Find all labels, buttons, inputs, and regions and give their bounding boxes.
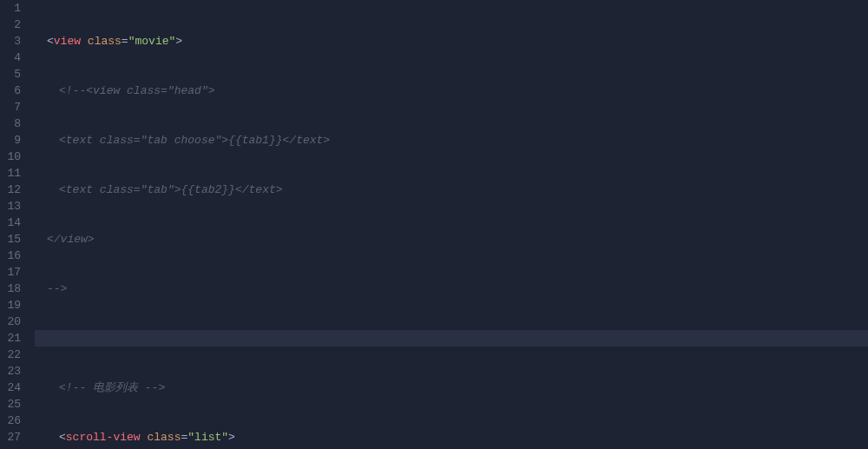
line-number: 17 [0, 264, 21, 281]
line-number: 22 [0, 347, 21, 363]
line-number: 26 [0, 413, 21, 429]
line-number: 1 [0, 0, 21, 17]
line-number: 27 [0, 429, 21, 446]
code-line[interactable]: --> [35, 281, 868, 297]
line-number: 18 [0, 281, 21, 297]
code-line[interactable]: <!-- 电影列表 --> [35, 380, 868, 396]
code-line[interactable]: <view class="movie"> [35, 33, 868, 50]
line-number: 16 [0, 248, 21, 264]
line-number: 23 [0, 363, 21, 380]
line-number: 20 [0, 314, 21, 330]
code-editor[interactable]: 1 2 3 4 5 6 7 8 9 10 11 12 13 14 15 16 1… [0, 0, 868, 449]
line-number: 14 [0, 215, 21, 231]
line-number: 25 [0, 396, 21, 413]
line-number: 19 [0, 297, 21, 314]
line-number: 9 [0, 132, 21, 149]
line-number: 21 [0, 330, 21, 347]
line-number: 12 [0, 182, 21, 198]
line-number: 6 [0, 83, 21, 99]
code-line[interactable]: </view> [35, 231, 868, 248]
line-number: 5 [0, 66, 21, 83]
code-line[interactable]: <!--<view class="head"> [35, 83, 868, 99]
line-number: 3 [0, 33, 21, 50]
code-content[interactable]: <view class="movie"> <!--<view class="he… [35, 0, 868, 449]
line-number: 13 [0, 198, 21, 215]
code-line[interactable]: <scroll-view class="list"> [35, 429, 868, 446]
line-number: 2 [0, 17, 21, 33]
line-number: 11 [0, 165, 21, 182]
line-number: 15 [0, 231, 21, 248]
line-number-gutter: 1 2 3 4 5 6 7 8 9 10 11 12 13 14 15 16 1… [0, 0, 35, 449]
line-number: 24 [0, 380, 21, 396]
line-number: 7 [0, 99, 21, 116]
line-number: 4 [0, 50, 21, 66]
code-line-current[interactable] [35, 330, 868, 347]
line-number: 10 [0, 149, 21, 165]
line-number: 8 [0, 116, 21, 132]
code-line[interactable]: <text class="tab">{{tab2}}</text> [35, 182, 868, 198]
code-line[interactable]: <text class="tab choose">{{tab1}}</text> [35, 132, 868, 149]
